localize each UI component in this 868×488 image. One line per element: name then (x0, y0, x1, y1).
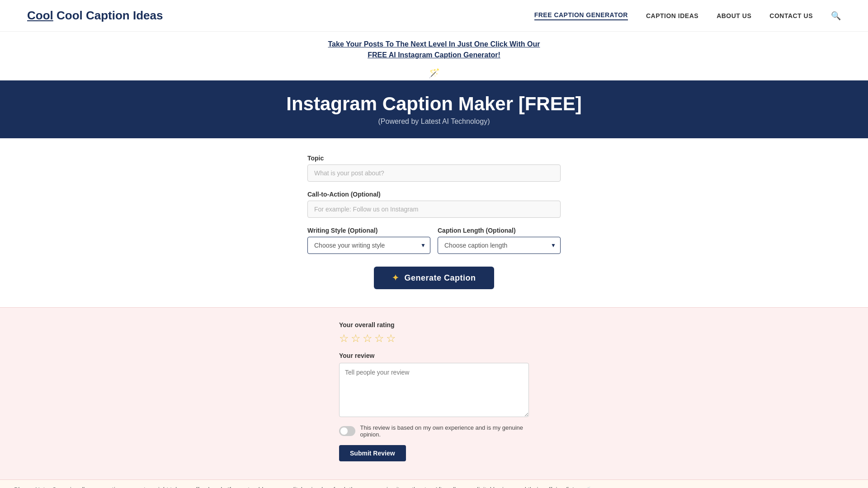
star-3[interactable]: ☆ (363, 332, 373, 345)
banner-line2: FREE AI Instagram Caption Generator! (368, 51, 500, 59)
writing-style-label: Writing Style (Optional) (307, 227, 430, 234)
notice-text: Please Note: Occasionally, our caption g… (14, 486, 591, 488)
review-section: Your overall rating ☆ ☆ ☆ ☆ ☆ Your revie… (0, 308, 868, 480)
generate-button-label: Generate Caption (404, 273, 476, 282)
submit-review-button[interactable]: Submit Review (339, 445, 406, 461)
banner-icon: 🪄 (0, 68, 868, 79)
cta-input[interactable] (307, 201, 561, 218)
toggle-label[interactable] (339, 426, 355, 436)
writing-style-col: Writing Style (Optional) Choose your wri… (307, 227, 430, 254)
cta-label: Call-to-Action (Optional) (307, 191, 561, 198)
review-label: Your review (339, 352, 529, 359)
star-5[interactable]: ☆ (386, 332, 396, 345)
sparkle-icon: ✦ (392, 273, 399, 282)
star-2[interactable]: ☆ (351, 332, 361, 345)
writing-style-wrapper: Choose your writing style Casual Profess… (307, 237, 430, 254)
star-4[interactable]: ☆ (374, 332, 384, 345)
topic-label: Topic (307, 155, 561, 162)
review-inner: Your overall rating ☆ ☆ ☆ ☆ ☆ Your revie… (339, 321, 529, 461)
banner-link[interactable]: Take Your Posts To The Next Level In Jus… (0, 32, 868, 68)
hero-section: Instagram Caption Maker [FREE] (Powered … (0, 80, 868, 138)
generate-caption-button[interactable]: ✦ Generate Caption (374, 267, 494, 289)
nav-caption-ideas[interactable]: CAPTION IDEAS (646, 12, 698, 19)
dropdowns-row: Writing Style (Optional) Choose your wri… (307, 227, 561, 254)
cta-group: Call-to-Action (Optional) (307, 191, 561, 218)
notice-bar: Please Note: Occasionally, our caption g… (0, 480, 868, 488)
form-inner: Topic Call-to-Action (Optional) Writing … (307, 155, 561, 289)
logo[interactable]: Cool Cool Caption Ideas (27, 9, 163, 23)
star-rating[interactable]: ☆ ☆ ☆ ☆ ☆ (339, 332, 529, 345)
toggle-slider (339, 426, 355, 436)
nav-free-caption[interactable]: FREE CAPTION GENERATOR (534, 11, 628, 20)
nav-about-us[interactable]: ABOUT US (717, 12, 751, 19)
writing-style-select[interactable]: Choose your writing style Casual Profess… (307, 237, 430, 254)
caption-length-wrapper: Choose caption length Short Medium Long … (438, 237, 561, 254)
caption-length-label: Caption Length (Optional) (438, 227, 561, 234)
caption-length-col: Caption Length (Optional) Choose caption… (438, 227, 561, 254)
logo-cool: Cool (27, 9, 53, 22)
form-section: Topic Call-to-Action (Optional) Writing … (0, 138, 868, 308)
topic-input[interactable] (307, 164, 561, 182)
banner: Take Your Posts To The Next Level In Jus… (0, 32, 868, 79)
review-checkbox-row: This review is based on my own experienc… (339, 424, 529, 438)
nav-contact-us[interactable]: CONTACT US (769, 12, 813, 19)
rating-label: Your overall rating (339, 321, 529, 328)
logo-rest: Cool Caption Ideas (57, 9, 163, 22)
hero-title: Instagram Caption Maker [FREE] (9, 93, 859, 115)
review-textarea[interactable] (339, 363, 529, 417)
topic-group: Topic (307, 155, 561, 182)
caption-length-select[interactable]: Choose caption length Short Medium Long (438, 237, 561, 254)
search-icon[interactable]: 🔍 (831, 11, 841, 21)
genuine-opinion-label: This review is based on my own experienc… (360, 424, 529, 438)
header: Cool Cool Caption Ideas FREE CAPTION GEN… (0, 0, 868, 32)
star-1[interactable]: ☆ (339, 332, 349, 345)
nav: FREE CAPTION GENERATOR CAPTION IDEAS ABO… (534, 11, 841, 21)
hero-subtitle: (Powered by Latest AI Technology) (9, 117, 859, 126)
banner-line1: Take Your Posts To The Next Level In Jus… (328, 40, 540, 48)
